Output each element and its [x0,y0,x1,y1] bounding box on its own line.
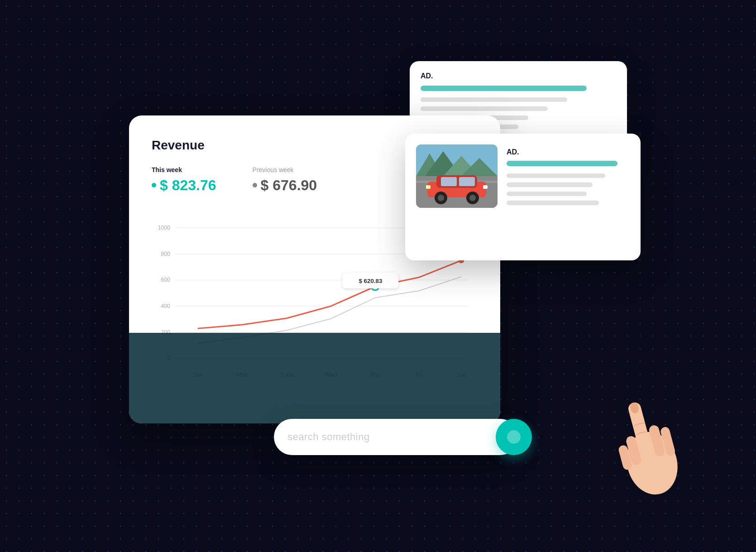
ad-front-line-2 [507,182,593,187]
svg-rect-10 [441,177,457,186]
dark-overlay [129,333,500,423]
ad-front-bar [507,161,617,166]
ad-back-label: AD. [421,72,616,80]
ad-front-content: AD. [507,144,630,250]
teal-dot-indicator [152,183,156,187]
svg-point-13 [438,195,444,201]
hand-cursor [600,374,690,500]
this-week-value: $ 823.76 [152,177,216,194]
main-container: AD. [129,61,627,491]
ad-front-image-container [416,144,498,250]
svg-text:600: 600 [161,277,171,283]
search-placeholder: search something [287,431,505,443]
this-week-amount: $ 823.76 [160,177,216,194]
gray-dot-indicator [253,183,257,187]
search-bar[interactable]: search something [274,419,518,455]
prev-week-label: Previous week [253,166,317,173]
prev-week-metric: Previous week $ 676.90 [253,166,317,194]
svg-text:400: 400 [161,303,171,309]
prev-week-value: $ 676.90 [253,177,317,194]
svg-point-15 [469,195,476,201]
svg-rect-11 [459,177,475,186]
svg-text:800: 800 [161,250,171,257]
ad-back-bar [421,86,587,91]
ad-front-line-1 [507,173,605,178]
ad-back-line-1 [421,97,567,102]
ad-front-line-3 [507,192,587,196]
ad-front-label: AD. [507,148,630,156]
svg-text:$ 620.83: $ 620.83 [359,277,382,284]
svg-rect-17 [426,185,431,189]
ad-card-front: AD. [405,134,641,260]
search-button-inner [507,430,521,444]
ad-front-line-4 [507,201,599,205]
svg-rect-16 [483,185,488,189]
this-week-label: This week [152,166,216,173]
ad-car-image [416,144,498,208]
prev-week-amount: $ 676.90 [261,177,317,194]
this-week-metric: This week $ 823.76 [152,166,216,194]
ad-back-line-2 [421,106,548,111]
search-button[interactable] [496,419,532,455]
svg-text:1000: 1000 [158,225,171,231]
ad-front-lines [507,173,630,205]
